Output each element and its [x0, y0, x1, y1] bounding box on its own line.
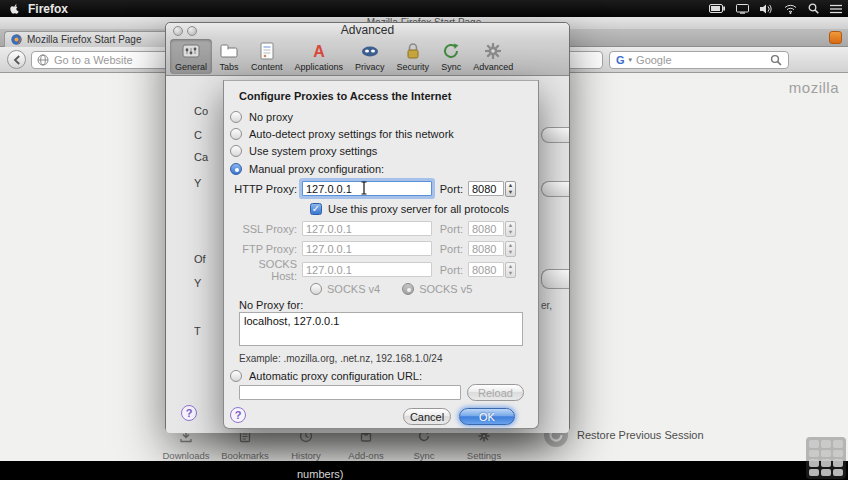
ssl-proxy-input[interactable]: [302, 221, 432, 236]
prefs-tab-security[interactable]: Security: [392, 39, 435, 74]
option-label: Use system proxy settings: [249, 145, 377, 157]
security-lock-icon: [403, 41, 423, 61]
ok-button[interactable]: OK: [459, 408, 515, 425]
option-label: No proxy: [249, 111, 293, 123]
tab-start-page[interactable]: Mozilla Firefox Start Page: [4, 31, 174, 47]
share-proxy-label: Use this proxy server for all protocols: [328, 203, 509, 215]
option-manual-proxy[interactable]: Manual proxy configuration:: [230, 162, 384, 176]
content-icon: [257, 41, 277, 61]
auto-config-url-input[interactable]: [239, 385, 461, 400]
prefs-tab-label: Applications: [295, 62, 344, 72]
ssl-proxy-label: SSL Proxy:: [232, 223, 302, 235]
no-proxy-textarea[interactable]: localhost, 127.0.0.1: [239, 312, 523, 346]
startpage-item-sync[interactable]: Sync: [392, 429, 456, 463]
radio-icon: [230, 145, 242, 157]
volume-icon[interactable]: [760, 4, 773, 14]
prefs-tab-label: Privacy: [355, 62, 385, 72]
spotlight-search-icon[interactable]: [808, 3, 819, 14]
prefs-help-button[interactable]: ?: [181, 405, 197, 421]
option-no-proxy[interactable]: No proxy: [230, 110, 293, 124]
share-proxy-checkbox[interactable]: ✓ Use this proxy server for all protocol…: [310, 202, 509, 216]
prefs-tab-content[interactable]: Content: [246, 39, 288, 74]
ssl-proxy-row: SSL Proxy: Port: ▲ ▼: [232, 220, 516, 237]
option-auto-detect[interactable]: Auto-detect proxy settings for this netw…: [230, 127, 454, 141]
stepper-up-icon: ▲: [506, 263, 515, 270]
radio-selected-icon: [230, 163, 242, 175]
apple-menu[interactable]: [9, 2, 20, 15]
svg-text:A: A: [313, 43, 325, 60]
socks-port-label: Port:: [432, 264, 468, 276]
prefs-tab-advanced[interactable]: Advanced: [468, 39, 518, 74]
bg-button-fragment: [541, 127, 569, 143]
option-auto-config-url[interactable]: Automatic proxy configuration URL:: [230, 369, 422, 383]
tab-list-icon[interactable]: [829, 31, 842, 44]
prefs-tab-label: Security: [397, 62, 430, 72]
prefs-tab-applications[interactable]: A Applications: [290, 39, 349, 74]
startpage-item-label: History: [291, 450, 321, 461]
startpage-item-label: Add-ons: [348, 450, 383, 461]
startpage-item-history[interactable]: History: [274, 429, 338, 463]
close-button[interactable]: [173, 26, 183, 36]
google-g-icon: G: [616, 54, 625, 66]
ssl-port-stepper[interactable]: ▲ ▼: [505, 221, 516, 237]
caret-down-icon[interactable]: ▾: [629, 56, 633, 64]
http-port-input[interactable]: [468, 181, 504, 196]
prefs-tab-tabs[interactable]: Tabs: [214, 39, 244, 74]
minimize-button[interactable]: [187, 26, 197, 36]
option-system-proxy[interactable]: Use system proxy settings: [230, 144, 377, 158]
dialog-help-button[interactable]: ?: [230, 407, 246, 423]
socks-port-stepper[interactable]: ▲ ▼: [505, 262, 516, 278]
startpage-item-settings[interactable]: Settings: [452, 429, 516, 463]
caption-fragment: numbers): [297, 468, 343, 480]
http-port-label: Port:: [432, 183, 468, 195]
prefs-tab-general[interactable]: General: [170, 39, 212, 74]
bg-text-fragment: Y: [194, 177, 222, 189]
reload-label: Reload: [478, 387, 513, 399]
back-button[interactable]: [7, 50, 26, 69]
preferences-window: Advanced General Tabs Content A Applicat…: [165, 22, 570, 432]
ftp-port-input[interactable]: [468, 241, 504, 256]
socks-port-input[interactable]: [468, 262, 504, 277]
radio-icon: [230, 128, 242, 140]
display-icon[interactable]: [736, 4, 749, 14]
socks-host-row: SOCKS Host: Port: ▲ ▼: [232, 261, 516, 278]
bg-text-fragment: Co: [194, 105, 222, 117]
search-engine-label: Google: [636, 54, 766, 66]
ftp-proxy-input[interactable]: [302, 241, 432, 256]
stepper-down-icon: ▼: [506, 189, 515, 196]
socks-v4-radio[interactable]: [310, 283, 322, 295]
ftp-port-stepper[interactable]: ▲ ▼: [505, 241, 516, 257]
firefox-icon: [11, 34, 22, 45]
startpage-item-label: Bookmarks: [221, 450, 269, 461]
applications-icon: A: [309, 41, 329, 61]
general-icon: [181, 41, 201, 61]
http-port-stepper[interactable]: ▲ ▼: [505, 181, 516, 197]
menu-app-name[interactable]: Firefox: [28, 2, 68, 16]
privacy-mask-icon: [360, 41, 380, 61]
prefs-tab-sync[interactable]: Sync: [436, 39, 466, 74]
ok-label: OK: [479, 411, 495, 423]
dialog-help-label: ?: [235, 409, 242, 421]
ssl-port-input[interactable]: [468, 221, 504, 236]
socks-host-input[interactable]: [302, 262, 432, 277]
startpage-item-downloads[interactable]: Downloads: [154, 429, 218, 463]
bg-text-fragment: Y: [194, 277, 222, 289]
wifi-icon[interactable]: [784, 4, 797, 14]
tab-label: Mozilla Firefox Start Page: [27, 34, 142, 45]
reload-button[interactable]: Reload: [467, 384, 524, 401]
checkbox-checked-icon: ✓: [310, 203, 322, 215]
menu-list-icon[interactable]: [830, 4, 842, 14]
mozilla-wordmark: mozilla: [789, 79, 839, 96]
prefs-tab-privacy[interactable]: Privacy: [350, 39, 390, 74]
dialog-heading: Configure Proxies to Access the Internet: [239, 90, 451, 102]
search-bar[interactable]: G ▾ Google: [609, 51, 789, 69]
startpage-item-addons[interactable]: Add-ons: [334, 429, 398, 463]
socks-v5-radio-selected[interactable]: [402, 283, 414, 295]
battery-icon[interactable]: [709, 4, 725, 13]
search-icon[interactable]: [770, 54, 782, 66]
checkmark-icon: ✓: [312, 204, 320, 214]
option-label: Manual proxy configuration:: [249, 163, 384, 175]
startpage-item-bookmarks[interactable]: Bookmarks: [213, 429, 277, 463]
sync-icon: [441, 41, 461, 61]
cancel-button[interactable]: Cancel: [403, 408, 451, 425]
